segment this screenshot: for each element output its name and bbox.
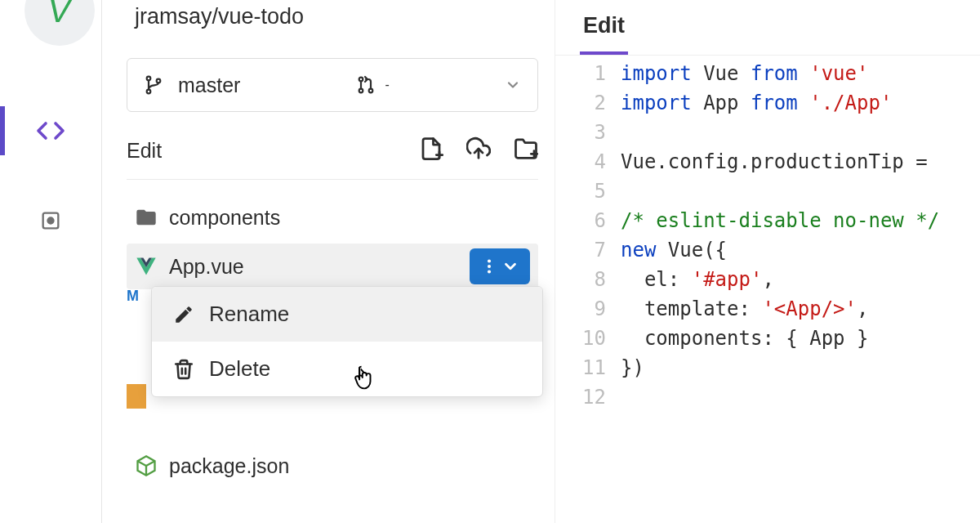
file-row-folder[interactable]: components [127,194,538,240]
dots-vertical-icon [480,257,498,275]
vue-file-icon [135,255,158,278]
menu-rename[interactable]: Rename [152,287,542,342]
code-content: import Vue from 'vue'import App from './… [621,59,980,523]
code-editor[interactable]: 123456789101112 import Vue from 'vue'imp… [555,55,980,523]
menu-item-label: Rename [209,302,289,327]
project-avatar[interactable]: V [24,0,95,46]
panel-title: Edit [127,139,419,163]
chevron-down-icon [501,257,519,275]
menu-delete[interactable]: Delete [152,342,542,396]
trash-icon [173,359,194,380]
file-row-selected[interactable]: App.vue [127,244,538,289]
folder-icon [135,206,158,229]
editor-tab-bar: Edit [555,0,980,55]
avatar-letter: V [45,0,74,30]
file-actions-dropdown[interactable] [470,248,530,284]
file-name: components [169,206,530,230]
project-path[interactable]: jramsay/vue-todo [127,0,538,58]
menu-item-label: Delete [209,356,270,382]
hidden-row-fragment: M [127,288,139,305]
branch-name: master [178,74,240,97]
nodejs-icon [135,454,158,477]
file-panel: jramsay/vue-todo master - Edit com [102,0,555,523]
svg-point-1 [48,218,54,224]
file-name: App.vue [169,255,458,279]
svg-point-15 [488,270,491,273]
file-row-package[interactable]: package.json [127,443,538,489]
hidden-row-fragment-2 [127,384,146,409]
merge-request-icon [356,75,376,95]
status-icon[interactable] [34,204,67,237]
file-panel-header: Edit [127,128,538,180]
svg-point-14 [488,265,491,268]
new-file-icon[interactable] [419,136,443,164]
new-folder-icon[interactable] [514,136,538,164]
file-list: components App.vue M Rename Delete [127,180,538,489]
file-name: package.json [169,454,530,478]
code-icon[interactable] [34,114,67,147]
branch-icon [144,75,163,95]
file-context-menu: Rename Delete [151,286,543,397]
mr-indicator: - [356,75,390,95]
left-rail: V [0,0,102,523]
svg-point-13 [488,260,491,263]
chevron-down-icon [505,77,521,93]
branch-select[interactable]: master - [127,58,538,112]
upload-icon[interactable] [466,136,491,164]
line-gutter: 123456789101112 [555,59,621,523]
code-panel: Edit 123456789101112 import Vue from 'vu… [555,0,980,523]
editor-tab-edit[interactable]: Edit [580,10,628,55]
pencil-icon [173,304,194,325]
